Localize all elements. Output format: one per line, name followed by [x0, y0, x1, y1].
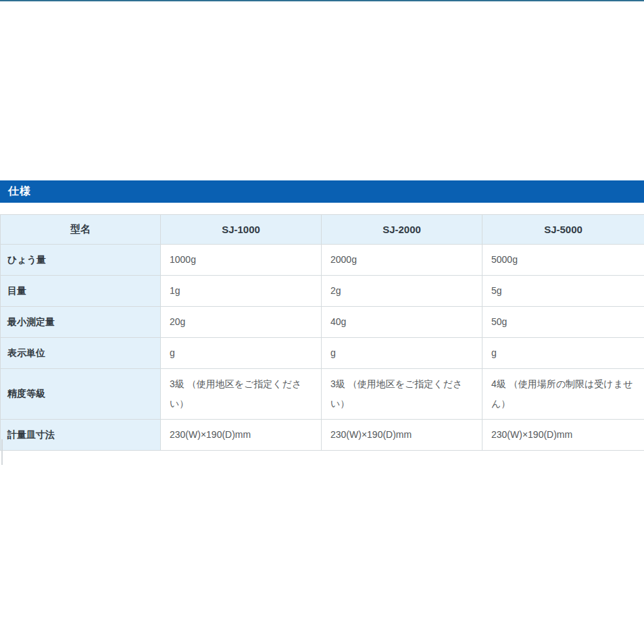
capacity-sj1000: 1000g [161, 245, 322, 276]
table-row: 計量皿寸法 230(W)×190(D)mm 230(W)×190(D)mm 23… [1, 420, 644, 451]
section-title: 仕様 [0, 184, 31, 199]
row-label-display-unit: 表示単位 [1, 338, 161, 369]
page-top-border-line [0, 0, 644, 1]
header-cell-sj5000: SJ-5000 [482, 215, 644, 245]
row-label-min-measurement: 最小測定量 [1, 307, 161, 338]
scale-interval-sj5000: 5g [482, 276, 644, 307]
table-header-row: 型名 SJ-1000 SJ-2000 SJ-5000 [1, 215, 644, 245]
section-header-bar: 仕様 [0, 180, 644, 203]
table-edge-fragment-line [1, 439, 3, 465]
header-cell-sj1000: SJ-1000 [161, 215, 322, 245]
row-label-scale-interval: 目量 [1, 276, 161, 307]
header-cell-model-label: 型名 [1, 215, 161, 245]
table-row: ひょう量 1000g 2000g 5000g [1, 245, 644, 276]
row-label-accuracy-class: 精度等級 [1, 369, 161, 420]
row-label-pan-size: 計量皿寸法 [1, 420, 161, 451]
display-unit-sj5000: g [482, 338, 644, 369]
pan-size-sj2000: 230(W)×190(D)mm [322, 420, 482, 451]
row-label-capacity: ひょう量 [1, 245, 161, 276]
accuracy-class-sj5000: 4級 （使用場所の制限は受けません） [482, 369, 644, 420]
capacity-sj2000: 2000g [322, 245, 482, 276]
capacity-sj5000: 5000g [482, 245, 644, 276]
scale-interval-sj1000: 1g [161, 276, 322, 307]
min-measurement-sj5000: 50g [482, 307, 644, 338]
accuracy-class-sj1000: 3級 （使用地区をご指定ください） [161, 369, 322, 420]
min-measurement-sj2000: 40g [322, 307, 482, 338]
table-row: 目量 1g 2g 5g [1, 276, 644, 307]
spec-table: 型名 SJ-1000 SJ-2000 SJ-5000 ひょう量 1000g 20… [0, 214, 644, 451]
display-unit-sj2000: g [322, 338, 482, 369]
table-row: 表示単位 g g g [1, 338, 644, 369]
scale-interval-sj2000: 2g [322, 276, 482, 307]
pan-size-sj5000: 230(W)×190(D)mm [482, 420, 644, 451]
min-measurement-sj1000: 20g [161, 307, 322, 338]
header-cell-sj2000: SJ-2000 [322, 215, 482, 245]
table-row: 精度等級 3級 （使用地区をご指定ください） 3級 （使用地区をご指定ください）… [1, 369, 644, 420]
table-row: 最小測定量 20g 40g 50g [1, 307, 644, 338]
display-unit-sj1000: g [161, 338, 322, 369]
pan-size-sj1000: 230(W)×190(D)mm [161, 420, 322, 451]
accuracy-class-sj2000: 3級 （使用地区をご指定ください） [322, 369, 482, 420]
